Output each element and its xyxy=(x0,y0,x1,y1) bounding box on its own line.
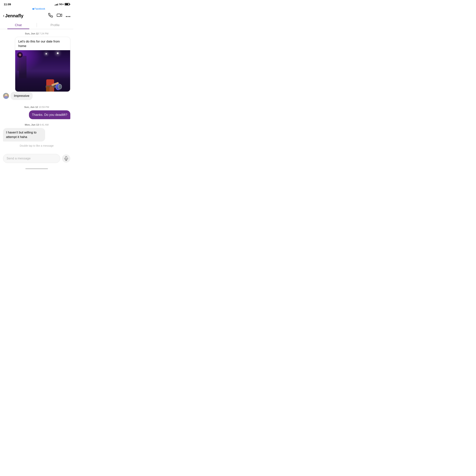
status-icons: 5G+ xyxy=(54,3,69,6)
svg-point-3 xyxy=(68,16,69,17)
battery-icon xyxy=(65,3,69,5)
date-time-3: 6:41 AM xyxy=(40,123,49,126)
outgoing-deadlift-message: Thanks. Do you deadlift? xyxy=(0,110,73,119)
impressive-text: Impressive xyxy=(14,94,29,98)
facebook-back-label: Facebook xyxy=(34,7,45,10)
status-bar: 11:09 5G+ xyxy=(0,0,73,7)
outgoing-bubble-row: Thanks. Do you deadlift? xyxy=(3,110,70,119)
tab-chat-label: Chat xyxy=(15,23,22,27)
svg-marker-1 xyxy=(60,14,62,17)
outgoing-card-row: Let's do this for our date from home xyxy=(3,37,70,92)
date-bold-3: Mon, Jun 13 xyxy=(25,123,39,126)
video-attachment[interactable]: 🔇 xyxy=(15,50,70,92)
tab-chat[interactable]: Chat xyxy=(0,21,37,29)
back-arrow-icon[interactable]: ‹ xyxy=(3,14,4,18)
message-input-placeholder: Send a message xyxy=(7,157,31,160)
date-time-1: 7:24 PM xyxy=(39,32,48,35)
double-tap-text: Double tap to like a message xyxy=(20,144,54,147)
home-bar xyxy=(25,168,48,169)
home-indicator xyxy=(0,167,73,170)
message-input-wrap[interactable]: Send a message xyxy=(3,154,60,163)
tab-profile[interactable]: Profile xyxy=(37,21,73,29)
date-time-2: 10:59 PM xyxy=(38,106,49,108)
video-call-icon[interactable] xyxy=(57,13,62,18)
phone-call-icon[interactable] xyxy=(48,13,53,19)
message-input-area: Send a message xyxy=(0,152,73,167)
date-bold-1: Sun, Jun 12 xyxy=(25,32,38,35)
contact-avatar xyxy=(3,93,9,99)
contact-name: Jennafly xyxy=(5,13,23,18)
incoming-bubble[interactable]: I haven't but willing to attempt it haha xyxy=(3,128,45,142)
svg-rect-5 xyxy=(66,156,67,159)
date-separator-3: Mon, Jun 13 6:41 AM xyxy=(0,120,73,128)
date-separator-2: Sun, Jun 12 10:59 PM xyxy=(0,103,73,110)
outgoing-card-bubble[interactable]: Let's do this for our date from home xyxy=(15,37,70,92)
outgoing-bubble-text: Thanks. Do you deadlift? xyxy=(32,113,67,117)
facebook-back-nav[interactable]: ◀ Facebook xyxy=(0,7,73,12)
double-tap-hint: Double tap to like a message xyxy=(0,143,73,150)
incoming-impressive-row: Impressive xyxy=(0,92,73,100)
tab-profile-label: Profile xyxy=(51,23,60,27)
more-options-icon[interactable] xyxy=(66,13,70,18)
mute-button[interactable]: 🔇 xyxy=(17,52,23,58)
status-time: 11:09 xyxy=(4,3,11,6)
chat-area: Sun, Jun 12 7:24 PM Let's do this for ou… xyxy=(0,29,73,152)
svg-point-4 xyxy=(69,16,70,17)
video-scene xyxy=(15,50,70,92)
svg-rect-0 xyxy=(57,14,60,17)
back-chevron-icon: ◀ xyxy=(32,7,34,10)
outgoing-bubble[interactable]: Thanks. Do you deadlift? xyxy=(29,110,70,119)
date-bold-2: Sun, Jun 12 xyxy=(24,106,38,108)
network-label: 5G+ xyxy=(59,3,64,6)
date-separator-1: Sun, Jun 12 7:24 PM xyxy=(0,29,73,37)
incoming-text: I haven't but willing to attempt it haha xyxy=(6,131,36,139)
header-left: ‹ Jennafly xyxy=(3,13,23,18)
signal-bars-icon xyxy=(54,3,58,5)
incoming-havent-message: I haven't but willing to attempt it haha xyxy=(0,128,73,142)
incoming-row: I haven't but willing to attempt it haha xyxy=(3,128,62,142)
tab-bar: Chat Profile xyxy=(0,21,73,29)
mic-button[interactable] xyxy=(62,154,70,163)
header-action-icons xyxy=(48,13,70,19)
chat-header: ‹ Jennafly xyxy=(0,12,73,21)
impressive-bubble[interactable]: Impressive xyxy=(11,92,33,100)
outgoing-card-message: Let's do this for our date from home xyxy=(0,37,73,92)
outgoing-card-text: Let's do this for our date from home xyxy=(15,37,70,50)
mic-icon xyxy=(64,156,68,161)
mute-icon: 🔇 xyxy=(19,53,21,56)
svg-point-2 xyxy=(66,16,67,17)
